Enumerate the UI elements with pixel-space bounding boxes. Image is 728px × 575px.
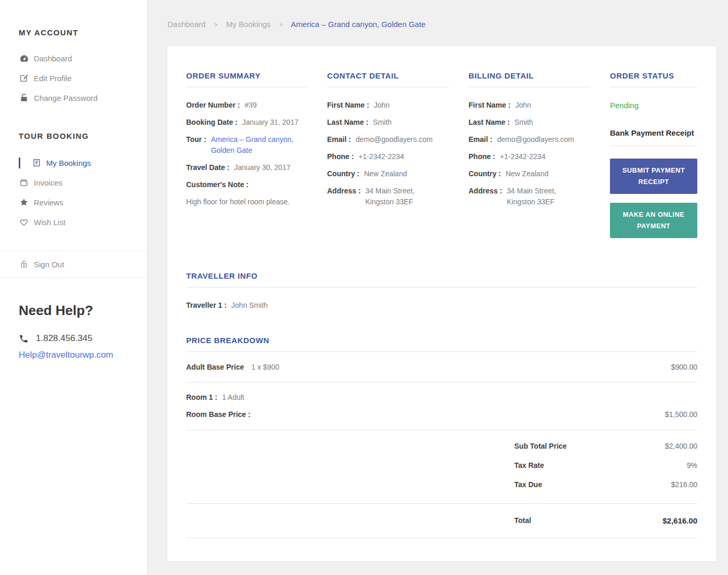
detail-value: Smith <box>514 117 533 128</box>
main-content: Dashboard > My Bookings > America – Gran… <box>148 0 728 561</box>
make-online-payment-button[interactable]: MAKE AN ONLINE PAYMENT <box>610 203 697 238</box>
detail-label: Email : <box>327 134 351 145</box>
heading-underline <box>186 287 697 288</box>
detail-label: First Name : <box>327 100 369 111</box>
sidebar-title-my-account: MY ACCOUNT <box>19 28 134 37</box>
detail-row: Address : 34 Main Street,Kingston 33EF <box>327 186 449 207</box>
tour-row: Tour : America – Grand canyon,Golden Gat… <box>186 134 307 156</box>
total-label: Sub Total Price <box>514 442 567 450</box>
heart-icon <box>19 218 29 227</box>
detail-label: Tour : <box>186 134 206 156</box>
price-breakdown-title: PRICE BREAKDOWN <box>186 336 697 345</box>
breadcrumb: Dashboard > My Bookings > America – Gran… <box>167 20 716 29</box>
contact-detail-section: CONTACT DETAIL First Name : John Last Na… <box>327 71 449 238</box>
room-row: Room 1 : 1 Adult <box>186 393 697 401</box>
detail-row: Email : demo@goodlayers.com <box>327 134 449 145</box>
help-email-link[interactable]: Help@traveltourwp.com <box>19 350 113 360</box>
detail-label: Address : <box>327 186 361 207</box>
sidebar-item-label: Dashboard <box>34 54 72 63</box>
order-number-row: Order Number : #39 <box>186 100 307 111</box>
travel-date-row: Travel Date : January 30, 2017 <box>186 162 307 173</box>
detail-row: Country : New Zealand <box>469 168 590 179</box>
booking-date-row: Booking Date : January 31, 2017 <box>186 117 307 128</box>
sidebar-divider <box>0 277 147 278</box>
detail-value: #39 <box>244 100 256 111</box>
tour-link[interactable]: America – Grand canyon,Golden Gate <box>211 134 294 156</box>
breadcrumb-current: America – Grand canyon, Golden Gate <box>291 20 425 29</box>
detail-value: 34 Main Street,Kingston 33EF <box>366 186 415 207</box>
detail-label: First Name : <box>469 100 511 111</box>
sidebar-item-invoices[interactable]: Invoices <box>19 173 134 192</box>
help-section: Need Help? 1.828.456.345 Help@traveltour… <box>0 303 147 360</box>
total-row: Total $2,616.00 <box>514 516 697 525</box>
total-label: Total <box>514 516 531 525</box>
price-value: 1 Adult <box>222 393 244 401</box>
sidebar-item-label: Edit Profile <box>34 74 72 83</box>
sidebar-item-my-bookings[interactable]: My Bookings <box>19 153 134 173</box>
sidebar-title-tour-booking: TOUR BOOKING <box>19 132 134 140</box>
sidebar-item-reviews[interactable]: Reviews <box>19 192 134 212</box>
lock-icon <box>19 93 29 102</box>
status-badge: Pending <box>610 100 697 111</box>
room-price-row: Room Base Price : $1,500.00 <box>186 410 697 419</box>
submit-payment-receipt-button[interactable]: SUBMIT PAYMENT RECEIPT <box>610 159 697 194</box>
order-summary-section: ORDER SUMMARY Order Number : #39 Booking… <box>186 71 307 238</box>
star-icon <box>19 198 29 207</box>
billing-detail-section: BILLING DETAIL First Name : John Last Na… <box>469 71 590 238</box>
detail-row: Country : New Zealand <box>327 168 449 179</box>
detail-row: First Name : John <box>327 100 449 111</box>
price-amount: $900.00 <box>671 363 697 371</box>
dashboard-icon <box>19 54 29 63</box>
detail-value: +1-2342-2234 <box>358 151 404 162</box>
wallet-icon <box>19 178 29 187</box>
sidebar-item-edit-profile[interactable]: Edit Profile <box>19 68 134 88</box>
grand-total-block: Total $2,616.00 <box>186 504 697 538</box>
detail-value: John <box>515 100 531 111</box>
order-status-title: ORDER STATUS <box>610 71 697 80</box>
billing-detail-title: BILLING DETAIL <box>469 71 590 80</box>
tax-rate-row: Tax Rate 9% <box>514 461 697 469</box>
detail-label: Last Name : <box>469 117 510 128</box>
detail-label: Phone : <box>469 151 495 162</box>
customer-note: High floor for hotel room please. <box>186 197 307 207</box>
sidebar-item-wish-list[interactable]: Wish List <box>19 212 134 232</box>
phone-number: 1.828.456.345 <box>36 333 93 344</box>
detail-label: Country : <box>469 168 501 179</box>
heading-underline <box>610 87 697 87</box>
price-qty: 1 x $900 <box>251 363 279 371</box>
detail-label: Traveller 1 : <box>186 300 227 311</box>
detail-value: 34 Main Street,Kingston 33EF <box>507 186 556 207</box>
breadcrumb-link-my-bookings[interactable]: My Bookings <box>226 20 271 29</box>
detail-label: Customer's Note : <box>186 179 249 190</box>
price-label: Room 1 : <box>186 393 217 401</box>
detail-value: New Zealand <box>364 168 407 179</box>
detail-row: First Name : John <box>469 100 590 111</box>
sidebar-item-change-password[interactable]: Change Password <box>19 88 134 108</box>
total-value: $216.00 <box>671 480 697 489</box>
breadcrumb-link-dashboard[interactable]: Dashboard <box>167 20 205 29</box>
detail-row: Email : demo@goodlayers.com <box>469 134 590 145</box>
edit-icon <box>19 73 29 83</box>
room-block: Room 1 : 1 Adult Room Base Price : $1,50… <box>186 383 697 430</box>
traveller-info-title: TRAVELLER INFO <box>186 271 697 280</box>
detail-label: Address : <box>469 186 502 207</box>
sidebar-item-label: Wish List <box>34 218 66 227</box>
sidebar-item-label: Change Password <box>34 94 98 102</box>
detail-label: Country : <box>327 168 359 179</box>
sidebar-item-sign-out[interactable]: Sign Out <box>19 254 64 274</box>
detail-row: Address : 34 Main Street,Kingston 33EF <box>469 186 590 207</box>
contact-detail-title: CONTACT DETAIL <box>327 71 449 80</box>
order-card: ORDER SUMMARY Order Number : #39 Booking… <box>167 46 716 561</box>
detail-value: John Smith <box>231 300 268 311</box>
total-value: 9% <box>687 461 697 469</box>
unlock-icon <box>19 259 29 269</box>
detail-row: Phone : +1-2342-2234 <box>469 151 590 162</box>
sidebar-item-dashboard[interactable]: Dashboard <box>19 48 134 68</box>
customer-note-row: Customer's Note : <box>186 179 307 190</box>
sidebar: MY ACCOUNT Dashboard Edit Profile Change… <box>0 0 147 575</box>
sidebar-item-label: Sign Out <box>34 260 64 269</box>
heading-underline <box>186 87 307 87</box>
detail-value: Smith <box>373 117 392 128</box>
detail-label: Travel Date : <box>186 162 229 173</box>
total-label: Tax Due <box>514 480 542 489</box>
